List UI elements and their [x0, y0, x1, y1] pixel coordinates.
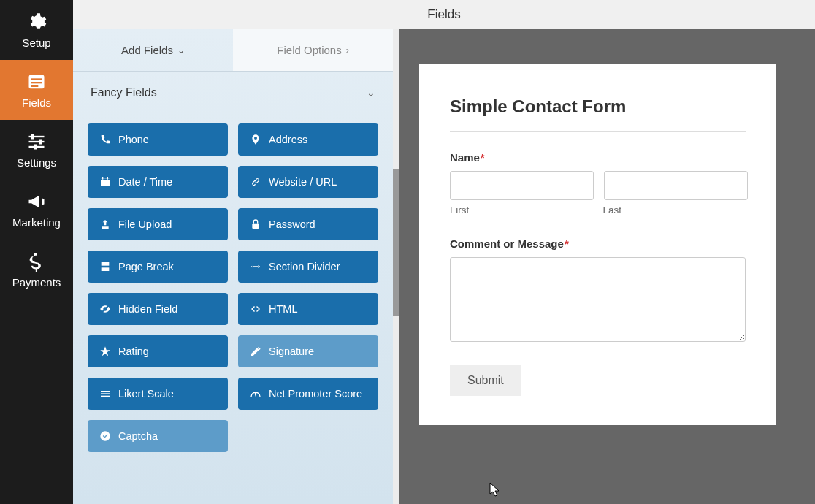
svg-rect-9: [34, 144, 37, 149]
field-label: Website / URL: [269, 176, 337, 188]
field-label: Page Break: [118, 261, 174, 272]
field-hidden-field[interactable]: Hidden Field: [88, 293, 228, 325]
main: Fields Add Fields ⌄ Field Options › Fanc…: [73, 0, 815, 504]
field-phone[interactable]: Phone: [88, 123, 228, 156]
field-rating[interactable]: Rating: [88, 335, 228, 367]
field-label: Captcha: [118, 430, 158, 442]
tabs: Add Fields ⌄ Field Options ›: [73, 29, 393, 72]
first-sublabel: First: [450, 205, 593, 215]
upload-icon: [99, 218, 111, 230]
eyeoff-icon: [99, 303, 111, 315]
field-captcha[interactable]: Captcha: [88, 420, 228, 452]
dollar-icon: [26, 251, 47, 272]
submit-button[interactable]: Submit: [450, 365, 521, 396]
topbar: Fields: [73, 0, 815, 29]
field-label: File Upload: [118, 218, 172, 230]
megaphone-icon: [26, 191, 47, 212]
field-likert-scale[interactable]: Likert Scale: [88, 378, 228, 410]
form-title: Simple Contact Form: [450, 96, 746, 117]
field-page-break[interactable]: Page Break: [88, 251, 228, 283]
sidebar-item-label: Payments: [12, 276, 61, 289]
first-name-input[interactable]: [450, 171, 594, 200]
sliders-icon: [26, 131, 47, 152]
svg-rect-1: [31, 78, 42, 80]
svg-rect-13: [107, 177, 108, 179]
sidebar-item-label: Settings: [17, 156, 56, 169]
lock-icon: [250, 218, 261, 230]
fields-panel: Add Fields ⌄ Field Options › Fancy Field…: [73, 29, 393, 504]
svg-rect-5: [29, 140, 45, 142]
code-icon: [250, 303, 261, 315]
sidebar-item-label: Fields: [22, 96, 51, 109]
last-name-input[interactable]: [604, 171, 748, 200]
sidebar-item-label: Marketing: [12, 216, 61, 229]
name-label: Name*: [450, 151, 746, 164]
svg-rect-16: [102, 267, 110, 271]
field-grid: PhoneAddressDate / TimeWebsite / URLFile…: [88, 123, 378, 452]
svg-rect-11: [101, 178, 110, 180]
marker-icon: [250, 134, 261, 145]
scrollbar-track[interactable]: [393, 29, 399, 504]
name-row: [450, 171, 746, 200]
chevron-down-icon: ⌄: [367, 87, 375, 99]
field-label: Password: [269, 218, 315, 230]
required-mark: *: [481, 151, 485, 164]
field-signature[interactable]: Signature: [238, 335, 378, 367]
section-title: Fancy Fields: [91, 86, 157, 99]
field-label: Likert Scale: [118, 388, 174, 400]
tab-label: Add Fields: [121, 44, 173, 56]
chevron-right-icon: ›: [346, 45, 349, 56]
svg-rect-4: [29, 135, 45, 137]
pagebreak-icon: [99, 261, 111, 272]
sidebar-item-payments[interactable]: Payments: [0, 240, 73, 299]
field-label: Net Promoter Score: [269, 388, 362, 400]
section-fancy-fields[interactable]: Fancy Fields ⌄: [88, 72, 378, 110]
field-website-url[interactable]: Website / URL: [238, 166, 378, 198]
link-icon: [250, 176, 261, 188]
form-icon: [26, 72, 47, 92]
svg-rect-19: [101, 393, 110, 394]
sidebar-item-fields[interactable]: Fields: [0, 60, 73, 120]
sidebar-item-label: Setup: [22, 37, 50, 49]
field-net-promoter-score[interactable]: Net Promoter Score: [238, 378, 378, 410]
field-section-divider[interactable]: Section Divider: [238, 251, 378, 283]
scrollbar-thumb[interactable]: [393, 169, 399, 316]
field-label: Section Divider: [269, 261, 340, 272]
comment-textarea[interactable]: [450, 257, 746, 342]
field-address[interactable]: Address: [238, 123, 378, 156]
tab-add-fields[interactable]: Add Fields ⌄: [73, 29, 233, 71]
sidebar-item-setup[interactable]: Setup: [0, 0, 73, 60]
field-label: Rating: [118, 345, 149, 357]
field-label: Hidden Field: [118, 303, 177, 315]
sublabel-row: First Last: [450, 205, 746, 215]
page-title: Fields: [427, 7, 460, 22]
calendar-icon: [99, 176, 111, 188]
required-mark: *: [565, 237, 569, 250]
nps-icon: [250, 388, 261, 400]
comment-label: Comment or Message*: [450, 237, 746, 250]
divider-icon: [250, 261, 261, 272]
captcha-icon: [99, 430, 111, 442]
svg-rect-15: [102, 262, 110, 266]
field-date-time[interactable]: Date / Time: [88, 166, 228, 198]
divider: [450, 131, 746, 132]
chevron-down-icon: ⌄: [177, 45, 185, 56]
svg-rect-8: [39, 139, 42, 144]
form-card: Simple Contact Form Name* First Last Com…: [419, 64, 776, 425]
likert-icon: [99, 388, 111, 400]
phone-icon: [99, 134, 111, 145]
field-file-upload[interactable]: File Upload: [88, 208, 228, 240]
svg-rect-12: [102, 177, 103, 179]
sidebar-item-settings[interactable]: Settings: [0, 120, 73, 180]
tab-field-options[interactable]: Field Options ›: [233, 29, 393, 71]
form-preview: Simple Contact Form Name* First Last Com…: [393, 29, 815, 504]
sidebar-item-marketing[interactable]: Marketing: [0, 180, 73, 240]
field-password[interactable]: Password: [238, 208, 378, 240]
field-label: Date / Time: [118, 176, 172, 188]
field-html[interactable]: HTML: [238, 293, 378, 325]
field-label: Signature: [269, 345, 314, 357]
sidebar: SetupFieldsSettingsMarketingPayments: [0, 0, 73, 504]
svg-rect-18: [101, 391, 110, 392]
field-label: Phone: [118, 134, 149, 145]
svg-rect-20: [101, 396, 110, 397]
